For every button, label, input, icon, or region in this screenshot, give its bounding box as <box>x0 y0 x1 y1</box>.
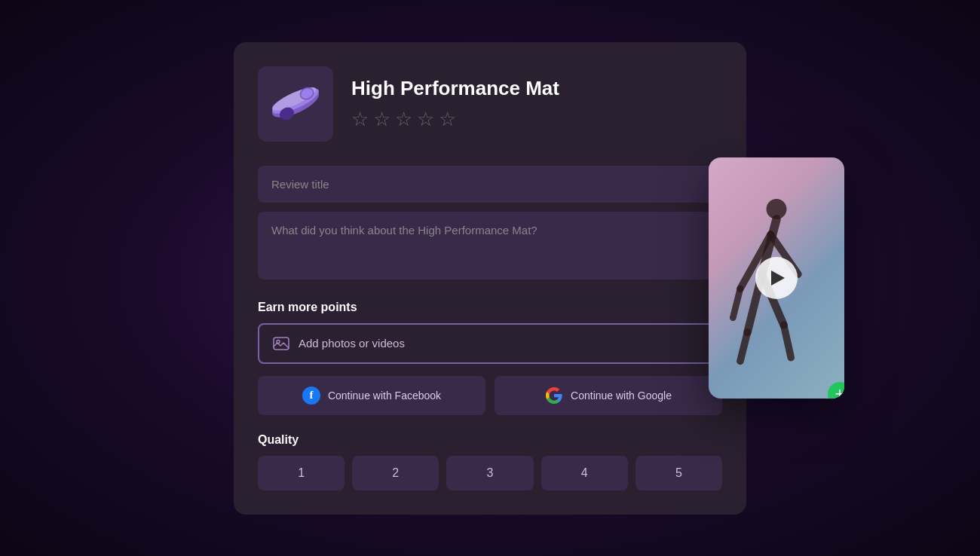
quality-buttons: 1 2 3 4 5 <box>258 456 722 490</box>
facebook-icon: f <box>302 386 320 405</box>
video-panel: + <box>709 157 844 399</box>
play-icon <box>771 270 785 286</box>
product-image <box>258 66 333 142</box>
quality-btn-4[interactable]: 4 <box>541 456 628 490</box>
social-buttons: f Continue with Facebook Continue with G… <box>258 376 722 415</box>
star-5[interactable]: ☆ <box>439 108 456 131</box>
google-button[interactable]: Continue with Google <box>495 376 722 415</box>
facebook-button[interactable]: f Continue with Facebook <box>258 376 485 415</box>
quality-btn-3[interactable]: 3 <box>446 456 533 490</box>
review-body-input[interactable] <box>258 212 722 280</box>
product-info: High Performance Mat ☆ ☆ ☆ ☆ ☆ <box>351 77 722 131</box>
image-icon <box>273 335 289 352</box>
product-title: High Performance Mat <box>351 77 722 100</box>
svg-line-16 <box>784 325 792 357</box>
svg-line-14 <box>740 332 748 361</box>
star-rating[interactable]: ☆ ☆ ☆ ☆ ☆ <box>351 108 722 131</box>
plus-icon: + <box>835 384 844 399</box>
quality-btn-2[interactable]: 2 <box>352 456 439 490</box>
add-media-label: Add photos or videos <box>299 337 405 350</box>
facebook-button-label: Continue with Facebook <box>328 390 441 402</box>
add-media-button[interactable]: Add photos or videos <box>258 323 722 364</box>
google-button-label: Continue with Google <box>571 390 672 402</box>
play-button[interactable] <box>755 257 798 299</box>
product-header: High Performance Mat ☆ ☆ ☆ ☆ ☆ <box>258 66 722 142</box>
google-icon <box>545 386 563 405</box>
quality-label: Quality <box>258 433 722 447</box>
facebook-letter: f <box>309 389 313 402</box>
video-background <box>709 157 844 399</box>
star-3[interactable]: ☆ <box>395 108 412 131</box>
svg-line-11 <box>733 289 740 317</box>
star-1[interactable]: ☆ <box>351 108 369 131</box>
star-2[interactable]: ☆ <box>373 108 390 131</box>
review-card: High Performance Mat ☆ ☆ ☆ ☆ ☆ Earn more… <box>234 42 746 515</box>
earn-label: Earn more points <box>258 301 722 314</box>
review-title-input[interactable] <box>258 166 722 203</box>
quality-btn-5[interactable]: 5 <box>635 456 722 490</box>
star-4[interactable]: ☆ <box>417 108 434 131</box>
quality-btn-1[interactable]: 1 <box>258 456 345 490</box>
